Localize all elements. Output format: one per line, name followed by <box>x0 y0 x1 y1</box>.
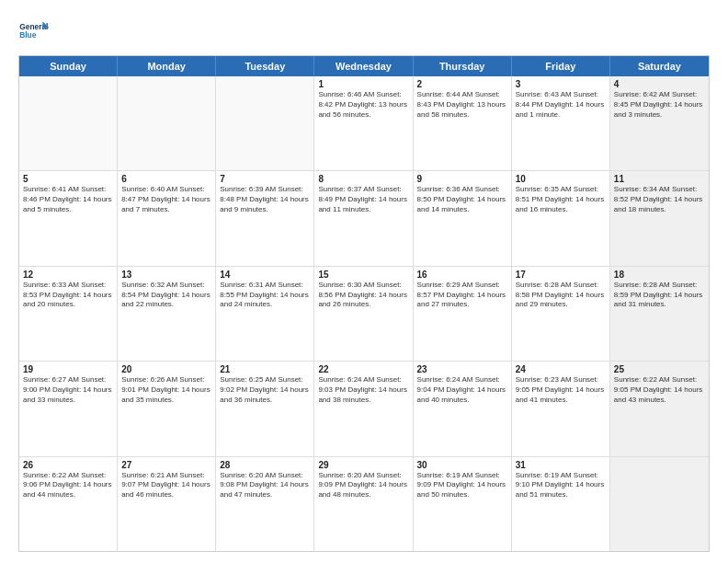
day-number: 12 <box>23 270 113 280</box>
day-number: 11 <box>614 174 705 184</box>
header-day-tuesday: Tuesday <box>216 56 314 76</box>
day-number: 15 <box>318 270 408 280</box>
cal-cell-0-3: 1Sunrise: 6:46 AM Sunset: 8:42 PM Daylig… <box>314 76 413 170</box>
day-number: 7 <box>220 174 310 184</box>
cal-cell-3-2: 21Sunrise: 6:25 AM Sunset: 9:02 PM Dayli… <box>216 362 314 455</box>
day-number: 8 <box>318 174 408 184</box>
cell-text: Sunrise: 6:41 AM Sunset: 8:46 PM Dayligh… <box>23 185 113 214</box>
page: General Blue SundayMondayTuesdayWednesda… <box>0 0 728 563</box>
cal-cell-1-2: 7Sunrise: 6:39 AM Sunset: 8:48 PM Daylig… <box>216 171 314 265</box>
cal-cell-3-3: 22Sunrise: 6:24 AM Sunset: 9:03 PM Dayli… <box>314 362 413 455</box>
cell-text: Sunrise: 6:34 AM Sunset: 8:52 PM Dayligh… <box>614 185 705 214</box>
header-day-friday: Friday <box>512 56 610 76</box>
cell-text: Sunrise: 6:23 AM Sunset: 9:05 PM Dayligh… <box>516 375 606 405</box>
cal-cell-4-5: 31Sunrise: 6:19 AM Sunset: 9:10 PM Dayli… <box>512 457 610 551</box>
header-day-wednesday: Wednesday <box>314 56 413 76</box>
cell-text: Sunrise: 6:22 AM Sunset: 9:05 PM Dayligh… <box>614 375 705 405</box>
calendar-header-row: SundayMondayTuesdayWednesdayThursdayFrid… <box>19 56 709 76</box>
cal-cell-1-5: 10Sunrise: 6:35 AM Sunset: 8:51 PM Dayli… <box>512 171 610 265</box>
logo: General Blue <box>18 15 51 48</box>
day-number: 28 <box>220 460 310 470</box>
day-number: 10 <box>516 174 606 184</box>
cal-cell-1-0: 5Sunrise: 6:41 AM Sunset: 8:46 PM Daylig… <box>19 171 118 265</box>
day-number: 9 <box>417 174 507 184</box>
cell-text: Sunrise: 6:35 AM Sunset: 8:51 PM Dayligh… <box>516 185 606 214</box>
cal-cell-1-3: 8Sunrise: 6:37 AM Sunset: 8:49 PM Daylig… <box>314 171 413 265</box>
day-number: 21 <box>220 364 310 374</box>
cal-cell-0-0 <box>19 76 118 170</box>
day-number: 2 <box>417 79 507 89</box>
day-number: 3 <box>516 79 606 89</box>
cal-cell-2-2: 14Sunrise: 6:31 AM Sunset: 8:55 PM Dayli… <box>216 267 314 361</box>
cell-text: Sunrise: 6:40 AM Sunset: 8:47 PM Dayligh… <box>121 185 211 214</box>
cal-cell-2-6: 18Sunrise: 6:28 AM Sunset: 8:59 PM Dayli… <box>610 267 709 361</box>
day-number: 6 <box>121 174 211 184</box>
cal-cell-0-4: 2Sunrise: 6:44 AM Sunset: 8:43 PM Daylig… <box>414 76 512 170</box>
cell-text: Sunrise: 6:20 AM Sunset: 9:08 PM Dayligh… <box>220 471 310 500</box>
cell-text: Sunrise: 6:32 AM Sunset: 8:54 PM Dayligh… <box>121 281 211 310</box>
day-number: 20 <box>121 364 211 374</box>
cell-text: Sunrise: 6:43 AM Sunset: 8:44 PM Dayligh… <box>516 90 606 120</box>
cal-cell-0-5: 3Sunrise: 6:43 AM Sunset: 8:44 PM Daylig… <box>512 76 610 170</box>
cell-text: Sunrise: 6:21 AM Sunset: 9:07 PM Dayligh… <box>121 471 211 500</box>
day-number: 1 <box>318 79 408 89</box>
day-number: 18 <box>614 270 705 280</box>
cal-cell-3-4: 23Sunrise: 6:24 AM Sunset: 9:04 PM Dayli… <box>414 362 512 455</box>
cell-text: Sunrise: 6:29 AM Sunset: 8:57 PM Dayligh… <box>417 281 507 310</box>
day-number: 31 <box>516 460 606 470</box>
cell-text: Sunrise: 6:46 AM Sunset: 8:42 PM Dayligh… <box>318 90 408 120</box>
cell-text: Sunrise: 6:30 AM Sunset: 8:56 PM Dayligh… <box>318 281 408 310</box>
cell-text: Sunrise: 6:39 AM Sunset: 8:48 PM Dayligh… <box>220 185 310 214</box>
cal-cell-3-0: 19Sunrise: 6:27 AM Sunset: 9:00 PM Dayli… <box>19 362 118 455</box>
header-day-thursday: Thursday <box>414 56 512 76</box>
cal-cell-1-4: 9Sunrise: 6:36 AM Sunset: 8:50 PM Daylig… <box>414 171 512 265</box>
cal-cell-3-1: 20Sunrise: 6:26 AM Sunset: 9:01 PM Dayli… <box>118 362 216 455</box>
day-number: 26 <box>23 460 113 470</box>
cell-text: Sunrise: 6:20 AM Sunset: 9:09 PM Dayligh… <box>318 471 408 500</box>
cal-cell-2-0: 12Sunrise: 6:33 AM Sunset: 8:53 PM Dayli… <box>19 267 118 361</box>
day-number: 16 <box>417 270 507 280</box>
cal-cell-4-0: 26Sunrise: 6:22 AM Sunset: 9:06 PM Dayli… <box>19 457 118 551</box>
day-number: 17 <box>516 270 606 280</box>
cal-cell-4-3: 29Sunrise: 6:20 AM Sunset: 9:09 PM Dayli… <box>314 457 413 551</box>
day-number: 13 <box>121 270 211 280</box>
cal-cell-2-1: 13Sunrise: 6:32 AM Sunset: 8:54 PM Dayli… <box>118 267 216 361</box>
day-number: 4 <box>614 79 705 89</box>
day-number: 25 <box>614 364 705 374</box>
cal-cell-2-4: 16Sunrise: 6:29 AM Sunset: 8:57 PM Dayli… <box>414 267 512 361</box>
cell-text: Sunrise: 6:44 AM Sunset: 8:43 PM Dayligh… <box>417 90 507 120</box>
cell-text: Sunrise: 6:28 AM Sunset: 8:58 PM Dayligh… <box>516 281 606 310</box>
cal-cell-2-3: 15Sunrise: 6:30 AM Sunset: 8:56 PM Dayli… <box>314 267 413 361</box>
cell-text: Sunrise: 6:22 AM Sunset: 9:06 PM Dayligh… <box>23 471 113 500</box>
day-number: 19 <box>23 364 113 374</box>
cell-text: Sunrise: 6:24 AM Sunset: 9:03 PM Dayligh… <box>318 375 408 405</box>
calendar: SundayMondayTuesdayWednesdayThursdayFrid… <box>18 55 710 552</box>
cal-row-0: 1Sunrise: 6:46 AM Sunset: 8:42 PM Daylig… <box>19 76 709 171</box>
cal-cell-3-5: 24Sunrise: 6:23 AM Sunset: 9:05 PM Dayli… <box>512 362 610 455</box>
cal-cell-4-2: 28Sunrise: 6:20 AM Sunset: 9:08 PM Dayli… <box>216 457 314 551</box>
day-number: 24 <box>516 364 606 374</box>
cell-text: Sunrise: 6:26 AM Sunset: 9:01 PM Dayligh… <box>121 375 211 405</box>
header-day-saturday: Saturday <box>610 56 709 76</box>
cell-text: Sunrise: 6:42 AM Sunset: 8:45 PM Dayligh… <box>614 90 705 120</box>
header-day-sunday: Sunday <box>19 56 118 76</box>
svg-text:Blue: Blue <box>19 30 37 40</box>
day-number: 14 <box>220 270 310 280</box>
cell-text: Sunrise: 6:37 AM Sunset: 8:49 PM Dayligh… <box>318 185 408 214</box>
cell-text: Sunrise: 6:36 AM Sunset: 8:50 PM Dayligh… <box>417 185 507 214</box>
cal-cell-2-5: 17Sunrise: 6:28 AM Sunset: 8:58 PM Dayli… <box>512 267 610 361</box>
day-number: 5 <box>23 174 113 184</box>
day-number: 29 <box>318 460 408 470</box>
cal-row-2: 12Sunrise: 6:33 AM Sunset: 8:53 PM Dayli… <box>19 267 709 362</box>
header: General Blue <box>18 15 710 48</box>
calendar-body: 1Sunrise: 6:46 AM Sunset: 8:42 PM Daylig… <box>19 76 709 551</box>
cal-cell-0-2 <box>216 76 314 170</box>
day-number: 23 <box>417 364 507 374</box>
cal-cell-3-6: 25Sunrise: 6:22 AM Sunset: 9:05 PM Dayli… <box>610 362 709 455</box>
day-number: 27 <box>121 460 211 470</box>
cal-cell-0-6: 4Sunrise: 6:42 AM Sunset: 8:45 PM Daylig… <box>610 76 709 170</box>
day-number: 22 <box>318 364 408 374</box>
cal-cell-0-1 <box>118 76 216 170</box>
cell-text: Sunrise: 6:19 AM Sunset: 9:09 PM Dayligh… <box>417 471 507 500</box>
cal-cell-4-6 <box>610 457 709 551</box>
